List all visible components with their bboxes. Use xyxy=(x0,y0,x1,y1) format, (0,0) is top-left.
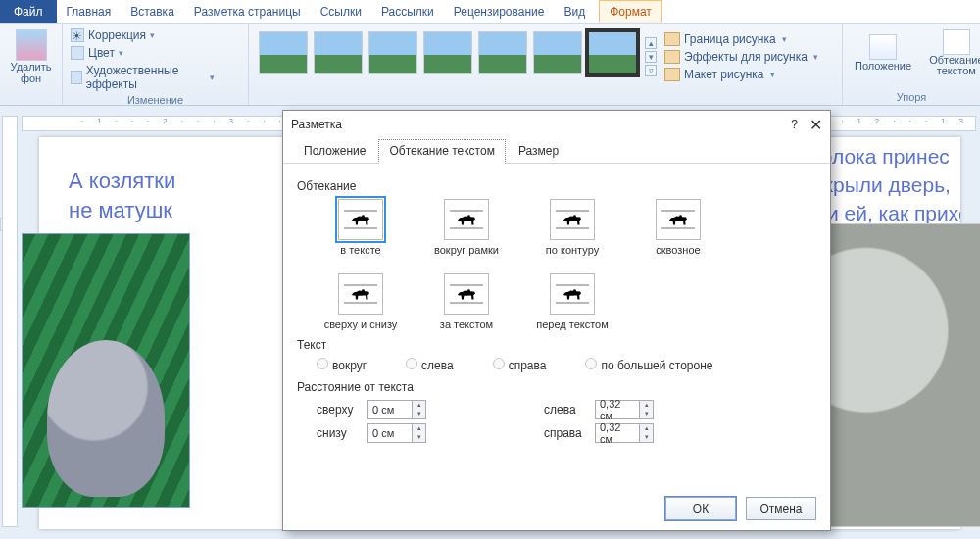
dialog-tab-size[interactable]: Размер xyxy=(508,139,569,164)
picture-content xyxy=(47,340,165,497)
wrap-square[interactable] xyxy=(444,199,489,240)
dist-top-input[interactable]: 0 см▴▾ xyxy=(368,400,426,419)
effects-label: Художественные эффекты xyxy=(86,64,206,91)
style-thumb-6[interactable] xyxy=(533,31,582,74)
style-thumb-4[interactable] xyxy=(423,31,472,74)
dist-left-input[interactable]: 0,32 см▴▾ xyxy=(595,400,654,419)
tab-view[interactable]: Вид xyxy=(554,0,595,23)
wrap-through-label: сквозное xyxy=(656,244,700,256)
corrections-label: Коррекция xyxy=(88,28,146,42)
document-area: ◢ ·1···2···3···4···5···6···7···8···9···1… xyxy=(0,106,980,539)
position-label: Положение xyxy=(855,60,911,72)
dialog-tabs: Положение Обтекание текстом Размер xyxy=(283,138,830,164)
wrap-topbottom[interactable] xyxy=(338,273,383,315)
picture-border-menu[interactable]: Граница рисунка▾ xyxy=(662,31,820,47)
picture-layout-menu[interactable]: Макет рисунка▾ xyxy=(662,67,820,82)
dist-bottom-input[interactable]: 0 см▴▾ xyxy=(368,423,426,443)
radio-left[interactable]: слева xyxy=(406,358,454,372)
position-button[interactable]: Положение xyxy=(849,27,917,78)
gallery-more-icon[interactable]: ▿ xyxy=(645,65,657,76)
selected-picture-left[interactable] xyxy=(22,233,190,508)
fx-label: Эффекты для рисунка xyxy=(684,50,808,64)
wrap-group-label: Обтекание xyxy=(297,179,816,193)
dialog-help-button[interactable]: ? xyxy=(791,118,798,131)
ok-button[interactable]: ОК xyxy=(665,497,736,520)
position-icon xyxy=(869,34,897,60)
style-thumb-1[interactable] xyxy=(259,31,308,74)
style-thumb-5[interactable] xyxy=(478,31,527,74)
remove-bg-icon xyxy=(16,29,47,61)
spin-up-icon[interactable]: ▴ xyxy=(639,401,653,410)
wrap-behind-label: за текстом xyxy=(440,318,493,330)
wrap-tight-label: по контуру xyxy=(546,244,599,256)
layout-label: Макет рисунка xyxy=(684,68,764,81)
picture-effects-menu[interactable]: Эффекты для рисунка▾ xyxy=(662,49,820,65)
spin-down-icon[interactable]: ▾ xyxy=(639,433,653,442)
wrap-front[interactable] xyxy=(550,273,595,315)
spin-up-icon[interactable]: ▴ xyxy=(639,424,653,433)
style-thumb-3[interactable] xyxy=(368,31,417,74)
wrap-inline[interactable] xyxy=(338,199,383,240)
style-thumb-2[interactable] xyxy=(314,31,363,74)
corrections-menu[interactable]: ☀Коррекция▾ xyxy=(69,27,217,43)
tab-format[interactable]: Формат xyxy=(599,0,662,23)
reset-picture-icon[interactable] xyxy=(224,67,242,82)
tab-review[interactable]: Рецензирование xyxy=(444,0,555,23)
dialog-title: Разметка xyxy=(291,118,342,131)
gallery-up-icon[interactable]: ▴ xyxy=(645,37,657,49)
dialog-tab-position[interactable]: Положение xyxy=(293,139,376,164)
wrap-inline-label: в тексте xyxy=(340,244,380,256)
dialog-titlebar[interactable]: Разметка ? ✕ xyxy=(283,111,830,138)
gallery-down-icon[interactable]: ▾ xyxy=(645,51,657,63)
tab-file[interactable]: Файл xyxy=(0,0,57,23)
dialog-tab-wrapping[interactable]: Обтекание текстом xyxy=(378,139,505,164)
layout-icon xyxy=(664,68,680,81)
tab-page-layout[interactable]: Разметка страницы xyxy=(184,0,311,23)
artistic-effects-menu[interactable]: Художественные эффекты▾ xyxy=(69,63,217,92)
dist-right-input[interactable]: 0,32 см▴▾ xyxy=(595,423,654,443)
picture-styles-gallery[interactable] xyxy=(255,27,641,86)
remove-background-button[interactable]: Удалить фон xyxy=(6,27,56,86)
radio-around[interactable]: вокруг xyxy=(317,358,367,372)
tab-home[interactable]: Главная xyxy=(57,0,122,23)
dist-top-label: сверху xyxy=(317,403,360,416)
gallery-scroll[interactable]: ▴ ▾ ▿ xyxy=(641,27,657,86)
dialog-close-button[interactable]: ✕ xyxy=(809,116,822,134)
style-thumb-7[interactable] xyxy=(588,31,637,74)
group-arrange-label: Упоря xyxy=(849,89,974,103)
remove-bg-label: Удалить фон xyxy=(11,61,52,84)
spin-down-icon[interactable]: ▾ xyxy=(412,433,425,442)
spin-down-icon[interactable]: ▾ xyxy=(412,410,425,418)
vertical-ruler[interactable] xyxy=(2,116,18,527)
tab-references[interactable]: Ссылки xyxy=(311,0,371,23)
tab-insert[interactable]: Вставка xyxy=(121,0,184,23)
wrap-icon xyxy=(943,29,970,55)
wrap-topbottom-label: сверху и снизу xyxy=(324,318,398,330)
wrap-through[interactable] xyxy=(656,199,701,240)
radio-largest[interactable]: по большей стороне xyxy=(585,358,712,372)
group-adjust-label: Изменение xyxy=(69,92,242,106)
layout-dialog: Разметка ? ✕ Положение Обтекание текстом… xyxy=(282,110,831,531)
wrap-square-label: вокруг рамки xyxy=(434,244,499,256)
ribbon-tabs: Файл Главная Вставка Разметка страницы С… xyxy=(0,0,980,24)
spin-down-icon[interactable]: ▾ xyxy=(639,410,653,418)
change-picture-icon[interactable] xyxy=(224,48,242,64)
spin-up-icon[interactable]: ▴ xyxy=(412,424,425,433)
distance-group-label: Расстояние от текста xyxy=(297,380,816,394)
dist-bottom-label: снизу xyxy=(317,426,360,440)
ribbon: Удалить фон ☀Коррекция▾ Цвет▾ Художестве… xyxy=(0,24,980,106)
spin-up-icon[interactable]: ▴ xyxy=(412,401,425,410)
cancel-button[interactable]: Отмена xyxy=(746,497,816,520)
palette-icon xyxy=(71,46,84,60)
wrap-tight[interactable] xyxy=(550,199,595,240)
wrap-text-button[interactable]: Обтекание текстом xyxy=(923,27,980,78)
compress-icon[interactable] xyxy=(224,29,242,45)
wrap-label: Обтекание текстом xyxy=(929,55,980,76)
border-label: Граница рисунка xyxy=(684,32,776,46)
color-menu[interactable]: Цвет▾ xyxy=(69,45,217,61)
radio-right[interactable]: справа xyxy=(493,358,547,372)
sun-icon: ☀ xyxy=(71,28,84,42)
wrap-behind[interactable] xyxy=(444,273,489,315)
tab-mailings[interactable]: Рассылки xyxy=(371,0,444,23)
fx-icon xyxy=(664,50,680,64)
